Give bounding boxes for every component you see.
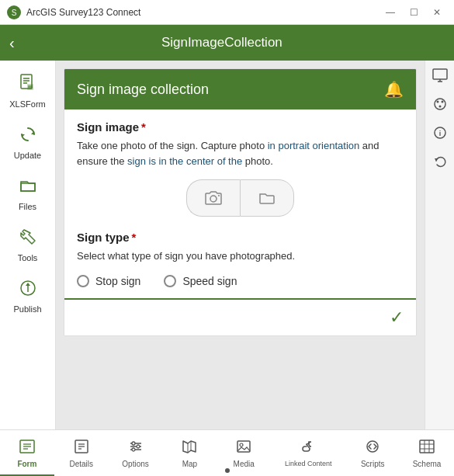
hint-highlight-2: sign is in the center of the	[127, 155, 242, 167]
sign-image-hint: Take one photo of the sign. Capture phot…	[77, 138, 404, 169]
camera-button[interactable]	[186, 179, 240, 217]
tab-details-label: Details	[69, 460, 93, 468]
camera-icon	[204, 189, 223, 207]
required-star-2: *	[132, 231, 137, 244]
details-tab-icon	[73, 439, 90, 458]
sidebar-item-tools[interactable]: Tools	[0, 221, 55, 269]
maximize-button[interactable]: ☐	[403, 4, 425, 21]
media-buttons	[77, 179, 404, 217]
xlsform-icon	[18, 73, 38, 96]
undo-icon[interactable]	[433, 155, 447, 172]
main-layout: XLSForm Update Files	[0, 61, 454, 429]
publish-icon	[18, 278, 38, 301]
radio-speed-sign[interactable]: Speed sign	[164, 275, 237, 287]
tab-form[interactable]: Form	[0, 430, 54, 476]
survey-card: Sign image collection 🔔 Sign image* Take…	[64, 68, 417, 336]
tab-map-label: Map	[182, 460, 197, 468]
svg-point-37	[132, 442, 135, 445]
sign-image-label: Sign image*	[77, 120, 404, 134]
svg-rect-6	[27, 84, 33, 90]
svg-point-19	[435, 99, 445, 109]
sidebar-item-files[interactable]: Files	[0, 169, 55, 217]
tab-scripts-label: Scripts	[361, 460, 385, 468]
tab-options-label: Options	[122, 460, 148, 468]
media-tab-icon	[235, 439, 252, 458]
svg-rect-47	[420, 440, 434, 453]
hint-highlight-1: in portrait orientation	[268, 140, 360, 151]
svg-rect-16	[433, 69, 447, 79]
svg-point-20	[436, 101, 438, 103]
sidebar-item-files-label: Files	[19, 202, 36, 211]
survey-body: Sign image* Take one photo of the sign. …	[64, 109, 416, 298]
svg-marker-25	[435, 158, 438, 162]
scripts-tab-icon	[364, 439, 381, 458]
speed-sign-label: Speed sign	[182, 275, 237, 287]
sidebar-item-xlsform[interactable]: XLSForm	[0, 67, 55, 115]
options-tab-icon	[127, 439, 144, 458]
tools-icon	[18, 227, 38, 250]
stop-sign-label: Stop sign	[95, 275, 140, 287]
tab-linked-content-label: Linked Content	[285, 460, 332, 468]
svg-point-15	[218, 195, 220, 196]
alert-icon: 🔔	[384, 80, 404, 99]
title-bar-controls: — ☐ ✕	[379, 4, 448, 21]
form-tab-icon	[19, 439, 36, 458]
sidebar-item-update[interactable]: Update	[0, 118, 55, 166]
sidebar-item-xlsform-label: XLSForm	[9, 99, 45, 109]
tab-schema[interactable]: Schema	[400, 430, 454, 476]
app-header-title: SignImageCollection	[24, 35, 420, 50]
files-icon	[18, 175, 38, 199]
app-header: ‹ SignImageCollection	[0, 25, 454, 61]
minimize-button[interactable]: —	[379, 4, 401, 21]
svg-point-22	[438, 106, 441, 108]
radio-group: Stop sign Speed sign	[77, 275, 404, 287]
close-button[interactable]: ✕	[426, 4, 448, 21]
right-sidebar: i	[425, 61, 454, 429]
info-icon[interactable]: i	[433, 126, 447, 144]
svg-point-44	[240, 443, 243, 446]
title-bar-text: ArcGIS Survey123 Connect	[26, 7, 379, 18]
svg-marker-10	[22, 134, 25, 137]
radio-stop-sign[interactable]: Stop sign	[77, 275, 140, 287]
sidebar-item-tools-label: Tools	[18, 253, 38, 262]
svg-rect-43	[237, 441, 250, 452]
map-tab-icon	[181, 439, 198, 458]
tab-linked-content[interactable]: Linked Content	[271, 430, 345, 476]
sign-type-label: Sign type*	[77, 231, 404, 244]
app-icon: S	[6, 5, 22, 20]
update-icon	[18, 124, 38, 148]
tab-media-label: Media	[234, 460, 255, 468]
svg-point-38	[137, 445, 140, 448]
palette-icon[interactable]	[433, 97, 447, 115]
tab-options[interactable]: Options	[109, 430, 163, 476]
back-button[interactable]: ‹	[9, 34, 15, 52]
radio-circle-stop	[77, 275, 89, 287]
svg-text:i: i	[438, 130, 441, 137]
survey-card-header: Sign image collection 🔔	[64, 69, 416, 109]
tab-details[interactable]: Details	[54, 430, 109, 476]
folder-button[interactable]	[240, 179, 294, 217]
survey-card-title: Sign image collection	[77, 82, 209, 98]
folder-icon	[258, 189, 276, 207]
svg-marker-9	[31, 131, 34, 134]
tab-schema-label: Schema	[413, 460, 442, 468]
survey-footer: ✓	[64, 298, 416, 335]
required-star-1: *	[141, 120, 146, 134]
svg-point-39	[132, 448, 135, 451]
page-indicator	[225, 468, 230, 473]
tab-map[interactable]: Map	[162, 430, 217, 476]
tab-scripts[interactable]: Scripts	[345, 430, 400, 476]
radio-circle-speed	[164, 275, 176, 287]
sidebar-item-publish[interactable]: Publish	[0, 272, 55, 320]
monitor-icon[interactable]	[432, 68, 448, 86]
tab-form-label: Form	[17, 460, 36, 468]
sidebar-item-publish-label: Publish	[13, 304, 41, 314]
svg-marker-13	[26, 283, 30, 286]
content-area: Sign image collection 🔔 Sign image* Take…	[56, 61, 425, 429]
title-bar: S ArcGIS Survey123 Connect — ☐ ✕	[0, 0, 454, 25]
svg-marker-40	[183, 441, 196, 453]
svg-rect-11	[21, 183, 35, 191]
sidebar: XLSForm Update Files	[0, 61, 56, 429]
svg-point-21	[441, 101, 443, 103]
checkmark-button[interactable]: ✓	[390, 307, 404, 328]
